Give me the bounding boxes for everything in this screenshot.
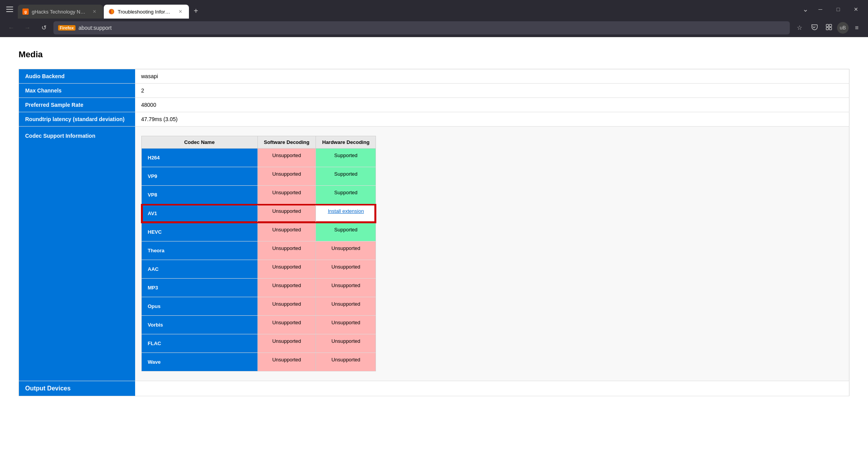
svg-rect-0: [6, 7, 13, 7]
codec-software-hevc: Unsupported: [257, 223, 316, 241]
codec-row-flac: FLACUnsupportedUnsupported: [141, 334, 376, 353]
codec-software-vorbis: Unsupported: [257, 316, 316, 334]
page-content: Media Audio Backend wasapi Max Channels …: [0, 37, 868, 459]
svg-rect-7: [829, 27, 832, 30]
label-max-channels: Max Channels: [19, 84, 135, 98]
codec-support-row: Codec Support Information Codec Name Sof…: [19, 127, 849, 381]
address-text: about:support: [79, 25, 785, 31]
tab-troubleshooting[interactable]: Troubleshooting Information ✕: [104, 5, 189, 19]
value-latency: 47.79ms (3.05): [135, 112, 849, 127]
bookmark-button[interactable]: ☆: [793, 21, 806, 34]
back-button[interactable]: ←: [5, 21, 18, 34]
codec-software-theora: Unsupported: [257, 241, 316, 260]
hamburger-icon: ≡: [855, 24, 858, 31]
codec-row-av1: AV1UnsupportedInstall extension: [141, 204, 376, 223]
col-software-decoding: Software Decoding: [257, 136, 316, 149]
restore-button[interactable]: □: [829, 3, 847, 15]
tab-troubleshooting-close[interactable]: ✕: [177, 8, 184, 15]
value-output-devices: [135, 381, 849, 396]
svg-rect-2: [6, 11, 13, 12]
label-sample-rate: Preferred Sample Rate: [19, 98, 135, 112]
nav-bar: ← → ↺ Firefox about:support ☆: [0, 19, 868, 37]
codec-row-opus: OpusUnsupportedUnsupported: [141, 297, 376, 316]
forward-icon: →: [24, 24, 31, 31]
new-tab-button[interactable]: +: [190, 5, 202, 17]
codec-row-aac: AACUnsupportedUnsupported: [141, 260, 376, 279]
codec-hardware-hevc: Supported: [316, 223, 376, 241]
ghacks-favicon: g: [22, 9, 29, 15]
pocket-button[interactable]: [808, 21, 821, 34]
codec-name-flac: FLAC: [141, 334, 257, 353]
tab-overflow-button[interactable]: ⌄: [799, 3, 811, 15]
tab-ghacks[interactable]: g gHacks Technology News and A ✕: [18, 5, 103, 19]
codec-name-mp3: MP3: [141, 279, 257, 297]
codec-table-header-row: Codec Name Software Decoding Hardware De…: [141, 136, 376, 149]
codec-hardware-theora: Unsupported: [316, 241, 376, 260]
install-extension-link[interactable]: Install extension: [328, 208, 364, 214]
codec-row-wave: WaveUnsupportedUnsupported: [141, 353, 376, 371]
svg-rect-4: [826, 24, 829, 27]
codec-hardware-opus: Unsupported: [316, 297, 376, 316]
codec-row-hevc: HEVCUnsupportedSupported: [141, 223, 376, 241]
codec-table-wrapper: Codec Name Software Decoding Hardware De…: [141, 133, 843, 375]
codec-name-theora: Theora: [141, 241, 257, 260]
reload-button[interactable]: ↺: [37, 21, 50, 34]
window-controls-area: ⌄ ─ □ ✕: [799, 3, 865, 15]
table-row: Max Channels 2: [19, 84, 849, 98]
codec-hardware-h264: Supported: [316, 149, 376, 167]
codec-name-wave: Wave: [141, 353, 257, 371]
ublock-icon: uB: [840, 25, 846, 31]
codec-software-flac: Unsupported: [257, 334, 316, 353]
table-row: Audio Backend wasapi: [19, 69, 849, 84]
codec-hardware-vp8: Supported: [316, 186, 376, 204]
codec-row-h264: H264UnsupportedSupported: [141, 149, 376, 167]
pocket-icon: [811, 24, 818, 32]
close-button[interactable]: ✕: [847, 3, 865, 15]
codec-hardware-vorbis: Unsupported: [316, 316, 376, 334]
ublock-button[interactable]: uB: [837, 22, 849, 34]
codec-software-aac: Unsupported: [257, 260, 316, 279]
svg-rect-6: [826, 27, 829, 30]
output-devices-table: Output Devices: [19, 381, 849, 396]
codec-software-av1: Unsupported: [257, 204, 316, 223]
codec-name-vorbis: Vorbis: [141, 316, 257, 334]
forward-button[interactable]: →: [21, 21, 34, 34]
col-codec-name: Codec Name: [141, 136, 257, 149]
table-row: Output Devices: [19, 381, 849, 396]
address-bar[interactable]: Firefox about:support: [53, 21, 790, 34]
nav-right-icons: ☆: [793, 21, 863, 34]
reload-icon: ↺: [41, 24, 46, 31]
menu-button[interactable]: ≡: [850, 21, 863, 34]
extensions-icon: [825, 24, 832, 32]
sidebar-toggle[interactable]: [3, 3, 16, 16]
tab-troubleshooting-title: Troubleshooting Information: [118, 9, 173, 15]
label-latency: Roundtrip latency (standard deviation): [19, 112, 135, 127]
codec-hardware-wave: Unsupported: [316, 353, 376, 371]
tab-list: g gHacks Technology News and A ✕ Trouble…: [18, 5, 798, 19]
extensions-button[interactable]: [822, 21, 835, 34]
codec-software-h264: Unsupported: [257, 149, 316, 167]
col-hardware-decoding: Hardware Decoding: [316, 136, 376, 149]
codec-software-vp9: Unsupported: [257, 167, 316, 186]
codec-table-cell: Codec Name Software Decoding Hardware De…: [135, 127, 849, 381]
table-row: Preferred Sample Rate 48000: [19, 98, 849, 112]
codec-hardware-av1[interactable]: Install extension: [316, 204, 376, 223]
value-audio-backend: wasapi: [135, 69, 849, 84]
codec-row-vp9: VP9UnsupportedSupported: [141, 167, 376, 186]
label-codec-support: Codec Support Information: [19, 127, 135, 381]
codec-software-vp8: Unsupported: [257, 186, 316, 204]
codec-name-hevc: HEVC: [141, 223, 257, 241]
codec-name-av1: AV1: [141, 204, 257, 223]
title-bar: g gHacks Technology News and A ✕ Trouble…: [0, 0, 868, 19]
table-row: Roundtrip latency (standard deviation) 4…: [19, 112, 849, 127]
svg-rect-1: [6, 9, 13, 10]
codec-software-wave: Unsupported: [257, 353, 316, 371]
value-max-channels: 2: [135, 84, 849, 98]
label-audio-backend: Audio Backend: [19, 69, 135, 84]
codec-name-aac: AAC: [141, 260, 257, 279]
tab-ghacks-close[interactable]: ✕: [91, 8, 98, 15]
codec-name-vp8: VP8: [141, 186, 257, 204]
codec-row-theora: TheoraUnsupportedUnsupported: [141, 241, 376, 260]
tab-ghacks-title: gHacks Technology News and A: [32, 9, 87, 15]
minimize-button[interactable]: ─: [811, 3, 829, 15]
